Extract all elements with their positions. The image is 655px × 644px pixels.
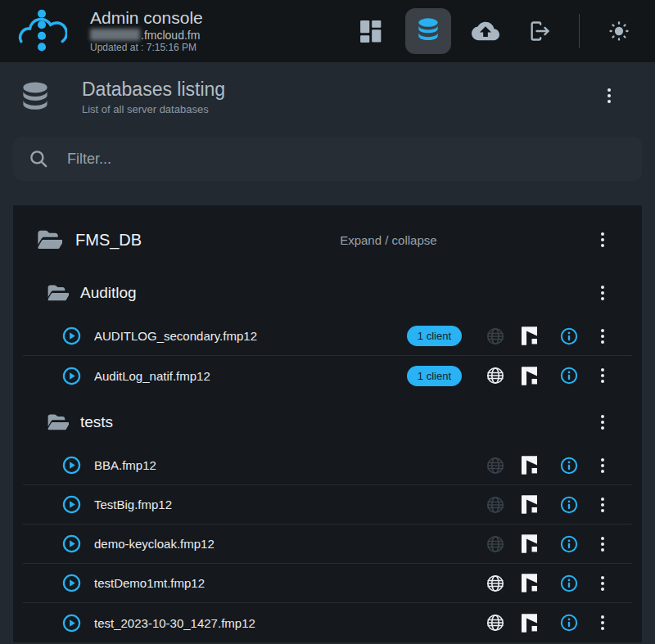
server-domain: ████████ .fmcloud.fm: [90, 29, 203, 42]
folder-menu-button[interactable]: [596, 415, 609, 430]
webdirect-globe-icon[interactable]: [483, 613, 508, 633]
open-folder-icon: [47, 413, 69, 431]
info-icon[interactable]: [558, 574, 580, 592]
section-menu-button[interactable]: [603, 88, 616, 103]
webdirect-globe-icon[interactable]: [483, 327, 508, 346]
open-database-play-button[interactable]: [62, 495, 81, 514]
filemaker-icon[interactable]: [517, 367, 540, 385]
databases-cylinder-icon[interactable]: [405, 8, 451, 54]
row-actions: [483, 534, 609, 554]
database-name: demo-keycloak.fmp12: [94, 537, 215, 551]
webdirect-globe-icon[interactable]: [483, 366, 508, 385]
filemaker-icon[interactable]: [517, 574, 540, 592]
info-icon[interactable]: [558, 614, 580, 632]
sun-theme-icon[interactable]: [599, 11, 639, 51]
top-bar: Admin console ████████ .fmcloud.fm Updat…: [0, 0, 655, 62]
folder-name: Auditlog: [80, 284, 137, 302]
section-header: Databases listing List of all server dat…: [13, 79, 642, 115]
database-row: AuditLog_natif.fmp12 1 client: [23, 356, 632, 395]
open-folder-icon: [38, 229, 62, 250]
folder-files: BBA.fmp12: [23, 446, 632, 642]
database-name: test_2023-10-30_1427.fmp12: [94, 616, 255, 630]
filemaker-icon[interactable]: [517, 614, 540, 633]
folder-files: AUDITLOG_secondary.fmp12 1 client: [23, 317, 632, 395]
open-database-play-button[interactable]: [62, 327, 81, 345]
webdirect-globe-icon[interactable]: [483, 574, 508, 593]
row-menu-button[interactable]: [596, 498, 609, 512]
folder-groups: Auditlog AUDITLOG_secondary.fmp12 1 clie…: [23, 269, 632, 642]
clients-badge: 1 client: [407, 366, 462, 386]
header-nav: [351, 8, 639, 54]
row-actions: [483, 574, 609, 593]
filemaker-icon[interactable]: [517, 456, 540, 475]
webdirect-globe-icon[interactable]: [483, 534, 508, 554]
info-icon[interactable]: [558, 535, 580, 553]
database-name: BBA.fmp12: [94, 458, 156, 472]
filemaker-icon[interactable]: [517, 327, 540, 345]
open-database-play-button[interactable]: [62, 534, 81, 553]
row-actions: [483, 495, 609, 515]
database-row: demo-keycloak.fmp12: [23, 525, 632, 564]
dashboard-grid-icon[interactable]: [351, 11, 391, 51]
database-name: AUDITLOG_secondary.fmp12: [94, 329, 257, 343]
fmcloud-logo-icon: [16, 7, 67, 55]
root-menu-button[interactable]: [596, 232, 609, 247]
open-folder-icon: [47, 284, 69, 302]
app-title: Admin console: [90, 8, 203, 28]
folder-group: Auditlog AUDITLOG_secondary.fmp12 1 clie…: [23, 269, 632, 395]
database-row: testDemo1mt.fmp12: [23, 564, 632, 603]
filter-input[interactable]: [67, 151, 627, 168]
folder-header-row: Auditlog: [23, 269, 632, 317]
root-folder-row: FMS_DB Expand / collapse: [23, 214, 632, 266]
database-row: TestBig.fmp12: [23, 485, 632, 525]
row-menu-button[interactable]: [596, 537, 609, 552]
database-row: test_2023-10-30_1427.fmp12: [23, 603, 632, 642]
folder-group: tests BBA.fmp12: [23, 399, 632, 642]
database-row: AUDITLOG_secondary.fmp12 1 client: [23, 317, 632, 356]
database-name: testDemo1mt.fmp12: [94, 576, 205, 590]
cloud-upload-icon[interactable]: [466, 11, 505, 51]
row-actions: [483, 456, 609, 475]
open-database-play-button[interactable]: [62, 367, 81, 385]
info-icon[interactable]: [558, 457, 580, 475]
row-menu-button[interactable]: [596, 576, 609, 591]
databases-panel: FMS_DB Expand / collapse Auditlog: [13, 205, 642, 642]
header-titles: Admin console ████████ .fmcloud.fm Updat…: [90, 8, 203, 53]
section-titles: Databases listing List of all server dat…: [82, 79, 225, 115]
open-database-play-button[interactable]: [62, 456, 81, 475]
row-menu-button[interactable]: [596, 615, 609, 630]
server-name-redacted: ████████: [90, 29, 139, 41]
info-icon[interactable]: [558, 327, 580, 345]
filemaker-icon[interactable]: [517, 534, 540, 553]
webdirect-globe-icon[interactable]: [483, 456, 508, 475]
expand-collapse-label[interactable]: Expand / collapse: [340, 233, 436, 247]
open-database-play-button[interactable]: [62, 574, 81, 592]
clients-badge: 1 client: [407, 326, 462, 346]
updated-timestamp: Updated at : 7:15:16 PM: [90, 43, 203, 54]
row-menu-button[interactable]: [596, 368, 609, 383]
filemaker-icon[interactable]: [517, 495, 540, 514]
row-actions: 1 client: [407, 366, 609, 386]
row-menu-button[interactable]: [596, 458, 609, 473]
row-actions: [483, 613, 609, 633]
row-actions: 1 client: [407, 326, 609, 346]
info-icon[interactable]: [558, 367, 580, 385]
nav-divider: [579, 14, 580, 48]
open-database-play-button[interactable]: [62, 614, 81, 633]
row-menu-button[interactable]: [596, 329, 609, 344]
logout-icon[interactable]: [520, 11, 559, 51]
webdirect-globe-icon[interactable]: [483, 495, 508, 515]
database-row: BBA.fmp12: [23, 446, 632, 485]
filter-box: [13, 137, 642, 181]
database-name: TestBig.fmp12: [94, 498, 172, 511]
folder-name: tests: [80, 413, 113, 431]
page-content: Databases listing List of all server dat…: [0, 79, 655, 642]
folder-menu-button[interactable]: [596, 286, 609, 300]
database-icon: [20, 82, 51, 115]
database-name: AuditLog_natif.fmp12: [94, 369, 210, 383]
search-icon: [28, 148, 49, 169]
root-folder-name: FMS_DB: [75, 231, 142, 250]
server-domain-suffix: .fmcloud.fm: [141, 29, 200, 42]
folder-header-row: tests: [23, 399, 632, 446]
info-icon[interactable]: [558, 496, 580, 514]
